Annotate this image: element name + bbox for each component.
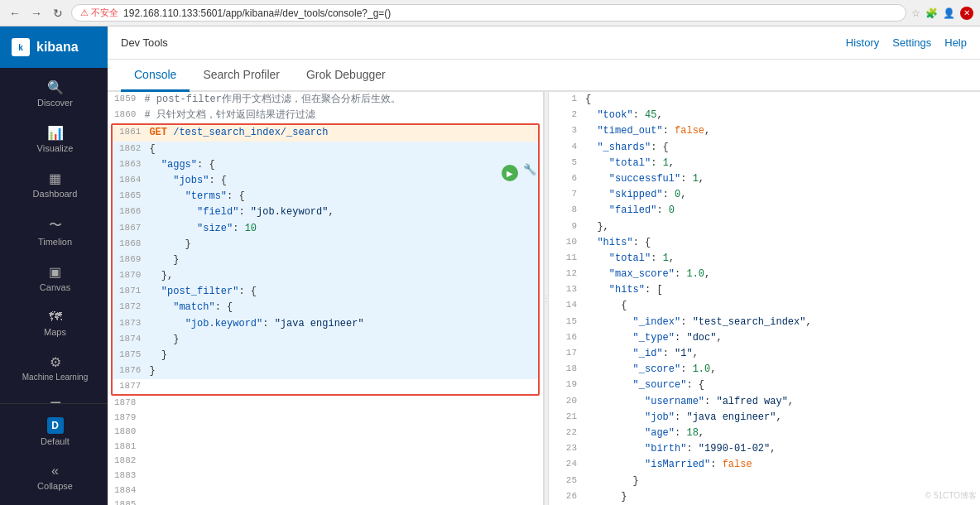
line-number: 1860 [114, 108, 144, 123]
line-content: # post-filter作用于文档过滤，但在聚合分析后生效。 [144, 92, 536, 108]
line-content: "timed_out": false, [585, 123, 973, 139]
line-number: 21 [555, 410, 585, 425]
line-number: 20 [555, 394, 585, 409]
editor-line: 1870 }, [113, 268, 538, 284]
line-number: 1873 [119, 316, 149, 331]
sidebar-item-infrastructure[interactable]: ☰ Infrastructure [0, 391, 108, 403]
line-content: "_score": 1.0, [585, 362, 973, 378]
tab-console[interactable]: Console [121, 60, 190, 92]
line-content: "job": "java engineer", [585, 410, 973, 426]
line-content: "match": { [149, 300, 531, 315]
output-line: 24 "isMarried": false [549, 457, 980, 473]
page-title: Dev Tools [121, 36, 168, 49]
output-line: 20 "username": "alfred way", [549, 394, 980, 410]
line-number: 25 [555, 474, 585, 488]
sidebar-item-default[interactable]: D Default [0, 409, 108, 455]
kibana-logo-icon: k [12, 38, 30, 56]
browser-bar: ← → ↻ ⚠ 不安全 192.168.110.133:5601/app/kib… [0, 0, 980, 26]
default-icon: D [47, 417, 64, 434]
line-number: 1880 [114, 425, 144, 440]
editor-line: 1871 "post_filter": { [113, 284, 538, 300]
line-content: "job.keyword": "java engineer" [149, 316, 531, 332]
extensions-icon[interactable]: 🧩 [925, 7, 938, 19]
line-number: 10 [555, 235, 585, 250]
line-content: } [149, 252, 531, 268]
editor-line: 1883 [108, 469, 543, 483]
line-content: { [149, 142, 531, 157]
back-button[interactable]: ← [7, 5, 23, 22]
editor-line: 1881 [108, 440, 543, 454]
sidebar-item-label: Machine Learning [22, 373, 89, 382]
line-content: { [585, 298, 973, 314]
line-number: 26 [555, 489, 585, 504]
dashboard-icon: ▦ [49, 171, 61, 186]
sidebar-item-maps[interactable]: 🗺 Maps [0, 301, 108, 346]
line-number: 19 [555, 378, 585, 392]
account-icon[interactable]: 👤 [943, 7, 955, 19]
code-editor[interactable]: 1859 # post-filter作用于文档过滤，但在聚合分析后生效。 186… [108, 92, 543, 505]
line-number: 7 [555, 187, 585, 202]
reload-button[interactable]: ↻ [50, 5, 66, 22]
line-number: 17 [555, 346, 585, 361]
output-line: 17 "_id": "1", [549, 346, 980, 362]
line-number: 1870 [119, 268, 149, 283]
sidebar-item-dashboard[interactable]: ▦ Dashboard [0, 162, 108, 208]
line-number: 1861 [119, 125, 149, 140]
output-line: 9 }, [549, 219, 980, 235]
line-content: "took": 45, [585, 108, 973, 123]
sidebar-item-visualize[interactable]: 📊 Visualize [0, 117, 108, 162]
run-button[interactable]: ▶ [502, 165, 518, 181]
history-button[interactable]: History [846, 36, 879, 49]
line-content: } [149, 348, 531, 363]
line-content: }, [585, 219, 973, 235]
line-number: 8 [555, 203, 585, 218]
line-number: 18 [555, 362, 585, 377]
sidebar-item-timelion[interactable]: 〜 Timelion [0, 209, 108, 256]
options-button[interactable]: 🔧 [523, 163, 536, 176]
line-content: "successful": 1, [585, 171, 973, 187]
line-content: "isMarried": false [585, 457, 973, 473]
line-number: 1879 [114, 411, 144, 426]
sidebar-item-discover[interactable]: 🔍 Discover [0, 71, 108, 117]
settings-button[interactable]: Settings [892, 36, 931, 49]
output-line: 6 "successful": 1, [549, 171, 980, 187]
right-panel: 1 { 2 "took": 45, 3 "timed_out": false, … [549, 92, 980, 505]
editor-line: 1878 [108, 396, 543, 411]
line-number: 1868 [119, 237, 149, 252]
output-line: 3 "timed_out": false, [549, 123, 980, 139]
line-content: } [585, 474, 973, 489]
line-number: 1885 [114, 498, 144, 505]
sidebar-item-ml[interactable]: ⚙ Machine Learning [0, 346, 108, 391]
line-number: 1859 [114, 92, 144, 107]
tab-search-profiler[interactable]: Search Profiler [190, 60, 293, 92]
bookmark-icon[interactable]: ☆ [911, 7, 920, 19]
editor-line: 1861 GET /test_search_index/_search [113, 125, 538, 141]
address-bar[interactable]: ⚠ 不安全 192.168.110.133:5601/app/kibana#/d… [71, 4, 906, 22]
editor-line: 1859 # post-filter作用于文档过滤，但在聚合分析后生效。 [108, 92, 543, 108]
editor-line: 1868 } [113, 237, 538, 252]
line-content: "skipped": 0, [585, 187, 973, 203]
editor-line: 1885 [108, 498, 543, 505]
sidebar-item-label: Collapse [37, 481, 73, 492]
line-number: 9 [555, 219, 585, 234]
sidebar-item-label: Canvas [40, 282, 70, 293]
sidebar-item-collapse[interactable]: « Collapse [0, 455, 108, 500]
line-number: 1866 [119, 204, 149, 219]
forward-button[interactable]: → [28, 5, 45, 22]
close-icon[interactable]: ✕ [960, 7, 973, 20]
line-number: 1883 [114, 469, 144, 483]
timelion-icon: 〜 [49, 217, 62, 234]
sidebar-bottom: D Default « Collapse [0, 403, 108, 505]
collapse-icon: « [51, 464, 59, 479]
output-line: 11 "total": 1, [549, 251, 980, 267]
editor-line: 1876 } [113, 363, 538, 379]
sidebar-item-label: Visualize [37, 143, 74, 154]
line-content: "hits": { [585, 235, 973, 251]
help-button[interactable]: Help [944, 36, 967, 49]
line-number: 11 [555, 251, 585, 266]
output-panel: 1 { 2 "took": 45, 3 "timed_out": false, … [549, 92, 980, 505]
sidebar-item-canvas[interactable]: ▣ Canvas [0, 256, 108, 301]
tab-grok-debugger[interactable]: Grok Debugger [293, 60, 399, 92]
line-content: "_source": { [585, 378, 973, 393]
line-number: 1865 [119, 189, 149, 204]
